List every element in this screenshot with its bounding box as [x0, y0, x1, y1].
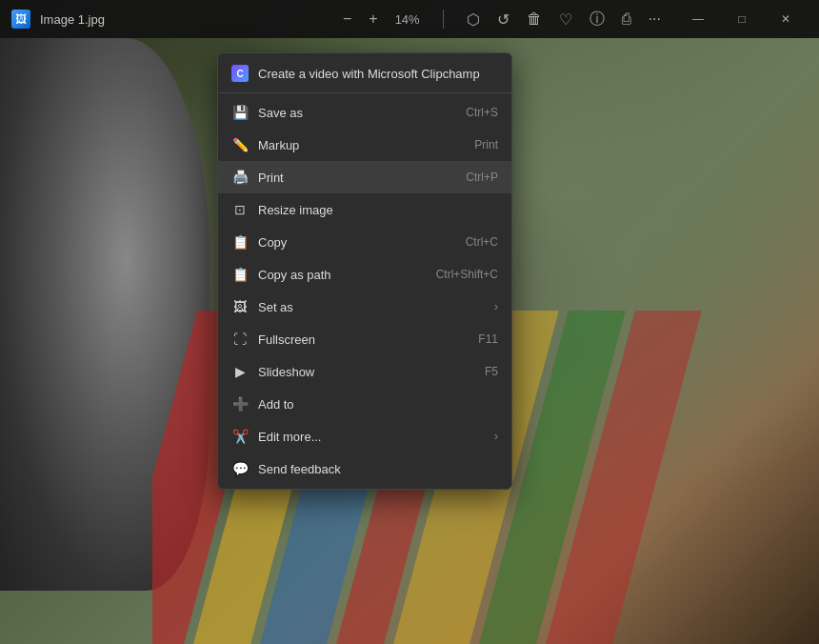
menu-item-copy[interactable]: 📋CopyCtrl+C	[218, 226, 511, 258]
more-button[interactable]: ···	[649, 10, 661, 28]
menu-item-shortcut: Print	[474, 138, 498, 151]
menu-item-shortcut: Ctrl+C	[466, 235, 498, 249]
context-menu: CCreate a video with Microsoft Clipchamp…	[217, 52, 512, 490]
window-controls: — □ ✕	[676, 0, 808, 38]
menu-item-shortcut: F11	[478, 332, 498, 346]
add-icon: ➕	[231, 395, 249, 413]
menu-item-label: Add to	[258, 397, 498, 412]
separator	[443, 10, 444, 29]
menu-item-set-as[interactable]: 🖼Set as›	[218, 291, 511, 323]
set-as-icon: 🖼	[231, 298, 249, 315]
menu-item-shortcut: Ctrl+P	[466, 171, 498, 184]
menu-item-clipchamp[interactable]: CCreate a video with Microsoft Clipchamp	[218, 57, 511, 90]
menu-item-slideshow[interactable]: ▶SlideshowF5	[218, 355, 511, 388]
menu-item-label: Send feedback	[258, 462, 498, 476]
menu-item-shortcut: Ctrl+S	[466, 106, 498, 119]
menu-item-add-to[interactable]: ➕Add to	[218, 388, 511, 420]
share-button[interactable]: ⎙	[622, 10, 631, 28]
menu-item-shortcut: F5	[485, 365, 498, 378]
rotate-button[interactable]: ↺	[497, 10, 509, 29]
chevron-right-icon: ›	[494, 300, 498, 313]
menu-item-label: Print	[258, 171, 456, 185]
menu-item-label: Slideshow	[258, 365, 475, 379]
app-icon: 🖼	[11, 10, 30, 29]
titlebar: 🖼 Image 1.jpg − + 14% ⬡ ↺ 🗑 ♡ ⓘ ⎙ ··· — …	[0, 0, 819, 38]
titlebar-left: 🖼 Image 1.jpg	[11, 10, 343, 29]
menu-item-label: Copy	[258, 235, 456, 250]
print-icon: 🖨️	[231, 169, 249, 186]
zoom-in-button[interactable]: +	[369, 10, 377, 28]
menu-item-label: Copy as path	[258, 268, 427, 282]
resize-icon: ⊡	[231, 201, 249, 218]
edit-icon: ✂️	[231, 428, 249, 445]
menu-item-edit-more[interactable]: ✂️Edit more...›	[218, 420, 511, 453]
menu-item-copy-path[interactable]: 📋Copy as pathCtrl+Shift+C	[218, 258, 511, 291]
chevron-right-icon: ›	[494, 430, 498, 443]
zoom-level: 14%	[395, 12, 420, 27]
maximize-button[interactable]: □	[720, 0, 764, 38]
copy-path-icon: 📋	[231, 266, 249, 283]
enhance-button[interactable]: ⬡	[467, 10, 480, 29]
zoom-out-button[interactable]: −	[343, 10, 351, 28]
menu-item-label: Set as	[258, 300, 481, 314]
delete-button[interactable]: 🗑	[527, 10, 542, 28]
menu-item-resize[interactable]: ⊡Resize image	[218, 193, 511, 226]
menu-item-label: Markup	[258, 138, 465, 152]
clipchamp-icon: C	[231, 65, 249, 82]
menu-item-label: Save as	[258, 106, 456, 120]
titlebar-toolbar: − + 14% ⬡ ↺ 🗑 ♡ ⓘ ⎙ ···	[343, 10, 661, 30]
minimize-button[interactable]: —	[676, 0, 720, 38]
feedback-icon: 💬	[231, 460, 249, 477]
menu-separator	[218, 92, 511, 93]
menu-item-print[interactable]: 🖨️PrintCtrl+P	[218, 161, 511, 193]
save-icon: 💾	[231, 104, 249, 121]
markup-icon: ✏️	[231, 136, 249, 153]
menu-item-label: Edit more...	[258, 430, 481, 444]
menu-item-markup[interactable]: ✏️MarkupPrint	[218, 129, 511, 161]
slideshow-icon: ▶	[231, 363, 249, 380]
fullscreen-icon: ⛶	[231, 331, 249, 348]
filename: Image 1.jpg	[40, 12, 105, 27]
menu-item-fullscreen[interactable]: ⛶FullscreenF11	[218, 323, 511, 355]
menu-item-save-as[interactable]: 💾Save asCtrl+S	[218, 96, 511, 129]
menu-item-label: Create a video with Microsoft Clipchamp	[258, 67, 498, 81]
menu-item-label: Fullscreen	[258, 332, 469, 347]
favorite-button[interactable]: ♡	[559, 10, 572, 29]
info-button[interactable]: ⓘ	[589, 10, 605, 30]
close-button[interactable]: ✕	[764, 0, 808, 38]
menu-item-label: Resize image	[258, 203, 498, 217]
menu-item-feedback[interactable]: 💬Send feedback	[218, 453, 511, 485]
menu-item-shortcut: Ctrl+Shift+C	[436, 268, 498, 281]
copy-icon: 📋	[231, 233, 249, 251]
